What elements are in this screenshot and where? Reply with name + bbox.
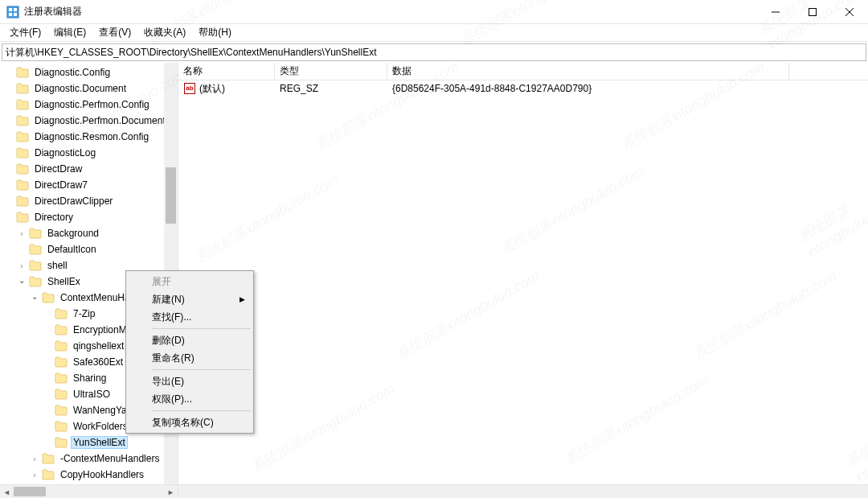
address-bar[interactable]: 计算机\HKEY_CLASSES_ROOT\Directory\ShellEx\… (2, 43, 866, 61)
tree-item-label: qingshellext (71, 339, 126, 352)
tree-item[interactable]: Diagnostic.Config (0, 64, 178, 80)
tree-item[interactable]: Diagnostic.Perfmon.Document (0, 113, 178, 129)
context-menu: 展开 新建(N)▶ 查找(F)... 删除(D) 重命名(R) 导出(E) 权限… (125, 270, 254, 434)
close-button[interactable] (831, 0, 868, 23)
scrollbar-thumb[interactable] (166, 167, 176, 224)
folder-icon (16, 179, 29, 191)
svg-rect-3 (9, 13, 12, 16)
svg-rect-6 (809, 8, 817, 15)
menu-edit[interactable]: 编辑(E) (47, 24, 92, 41)
tree-item-label: DiagnosticLog (32, 146, 98, 159)
address-text: 计算机\HKEY_CLASSES_ROOT\Directory\ShellEx\… (6, 46, 377, 60)
tree-item-label: Directory (32, 211, 76, 224)
folder-icon (55, 324, 68, 335)
folder-icon (55, 389, 68, 400)
tree-item[interactable]: ›CopyHookHandlers (0, 467, 178, 483)
folder-icon (16, 195, 29, 207)
string-value-icon: ab (183, 82, 196, 95)
tree-item[interactable]: ›Background (0, 225, 178, 241)
col-name[interactable]: 名称 (178, 63, 275, 80)
tree-item-label: Background (45, 227, 101, 240)
folder-icon (29, 260, 42, 271)
folder-icon (16, 163, 29, 175)
window-controls (757, 0, 868, 23)
tree-item[interactable]: DirectDraw7 (0, 177, 178, 193)
folder-icon (16, 115, 29, 126)
ctx-export[interactable]: 导出(E) (128, 372, 252, 390)
tree-item-label: UltraISO (71, 388, 113, 401)
separator (152, 410, 251, 411)
bottom-scrollbars: ◄ ► (0, 484, 868, 498)
scrollbar-thumb[interactable] (14, 487, 46, 496)
tree-item-label: YunShellExt (71, 436, 128, 449)
tree-item-label: WorkFolders (71, 420, 130, 433)
ctx-permissions[interactable]: 权限(P)... (128, 390, 252, 408)
ctx-find[interactable]: 查找(F)... (128, 308, 252, 326)
cell-name: ab(默认) (178, 82, 275, 96)
cell-type: REG_SZ (275, 83, 387, 94)
app-icon (6, 6, 19, 19)
tree-item-label: Diagnostic.Perfmon.Config (32, 98, 152, 111)
list-horizontal-scrollbar[interactable] (178, 485, 868, 498)
tree-item[interactable]: DefaultIcon (0, 241, 178, 257)
tree-item[interactable]: Directory (0, 209, 178, 225)
collapse-icon[interactable]: ⌄ (29, 292, 40, 301)
expand-icon[interactable]: › (16, 229, 27, 238)
tree-item[interactable]: DiagnosticLog (0, 145, 178, 161)
col-data[interactable]: 数据 (387, 63, 789, 80)
menu-file[interactable]: 文件(F) (3, 24, 47, 41)
tree-item-label: Diagnostic.Document (32, 82, 129, 95)
expand-icon[interactable]: › (16, 261, 27, 270)
expand-icon[interactable]: › (29, 471, 40, 479)
expand-icon[interactable]: › (29, 455, 40, 463)
folder-icon (16, 67, 29, 78)
tree-item-label: Safe360Ext (71, 356, 125, 368)
window-title: 注册表编辑器 (24, 5, 757, 19)
folder-icon (55, 421, 68, 432)
submenu-arrow-icon: ▶ (240, 295, 245, 303)
folder-icon (55, 437, 68, 448)
tree-item-label: Diagnostic.Resmon.Config (32, 130, 151, 143)
list-row[interactable]: ab(默认)REG_SZ{6D85624F-305A-491d-8848-C19… (178, 80, 868, 97)
col-type[interactable]: 类型 (275, 63, 387, 80)
menubar: 文件(F) 编辑(E) 查看(V) 收藏夹(A) 帮助(H) (0, 24, 868, 42)
folder-icon (16, 99, 29, 110)
tree-item-label: DirectDrawClipper (32, 195, 115, 208)
separator (152, 328, 251, 329)
ctx-copy-key-name[interactable]: 复制项名称(C) (128, 414, 252, 431)
folder-icon (55, 405, 68, 416)
ctx-new[interactable]: 新建(N)▶ (128, 290, 252, 308)
folder-icon (16, 131, 29, 142)
ctx-expand[interactable]: 展开 (128, 273, 252, 290)
svg-rect-1 (9, 8, 12, 11)
folder-icon (29, 228, 42, 239)
svg-rect-4 (14, 13, 17, 16)
menu-favorites[interactable]: 收藏夹(A) (137, 24, 192, 41)
tree-item[interactable]: Diagnostic.Resmon.Config (0, 129, 178, 145)
folder-icon (55, 372, 68, 384)
tree-item-label: DirectDraw7 (32, 179, 90, 191)
tree-item[interactable]: DirectDraw (0, 161, 178, 177)
list-body[interactable]: ab(默认)REG_SZ{6D85624F-305A-491d-8848-C19… (178, 80, 868, 97)
folder-icon (16, 83, 29, 94)
minimize-button[interactable] (757, 0, 794, 23)
collapse-icon[interactable]: ⌄ (16, 276, 27, 285)
tree-horizontal-scrollbar[interactable]: ◄ ► (0, 485, 178, 498)
tree-item-label: DefaultIcon (45, 243, 99, 256)
scroll-right-icon[interactable]: ► (164, 485, 178, 499)
maximize-button[interactable] (794, 0, 831, 23)
tree-item[interactable]: Diagnostic.Perfmon.Config (0, 97, 178, 113)
folder-icon (42, 469, 55, 480)
folder-icon (29, 244, 42, 255)
menu-help[interactable]: 帮助(H) (192, 24, 238, 41)
folder-icon (55, 356, 68, 368)
tree-item[interactable]: Diagnostic.Document (0, 80, 178, 97)
svg-rect-2 (14, 8, 17, 11)
tree-item[interactable]: DirectDrawClipper (0, 193, 178, 209)
tree-item[interactable]: ›-ContextMenuHandlers (0, 451, 178, 467)
scroll-left-icon[interactable]: ◄ (0, 485, 14, 499)
tree-item[interactable]: YunShellExt (0, 434, 178, 451)
menu-view[interactable]: 查看(V) (92, 24, 137, 41)
ctx-delete[interactable]: 删除(D) (128, 331, 252, 349)
ctx-rename[interactable]: 重命名(R) (128, 349, 252, 367)
